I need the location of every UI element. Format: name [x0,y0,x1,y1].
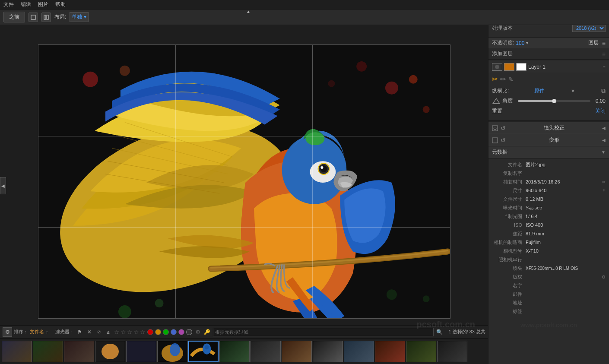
meta-focal-row: 焦距 81.9 mm [488,229,609,238]
thumb-10[interactable] [282,341,312,362]
filter-more-icon[interactable]: ⊞ [194,328,202,336]
star-1[interactable]: ☆ [114,329,120,336]
pencil2-icon[interactable]: ✎ [508,76,514,83]
star-5[interactable]: ☆ [140,329,146,336]
prev-button[interactable]: 之前 [3,12,25,22]
meta-exposure-row: 曝光时间 ¹⁄₄₅₀ sec [488,203,609,212]
sort-value[interactable]: 文件名 [30,329,44,335]
color-filter-none[interactable] [186,329,192,335]
thumb-2[interactable] [33,341,63,362]
thumb-14[interactable] [406,341,436,362]
add-layer-menu-icon[interactable]: ≡ [602,51,606,57]
color-filter-purple[interactable] [178,329,184,335]
rejected-icon[interactable]: ⊘ [95,328,103,336]
aspect-copy-icon[interactable]: ⧉ [601,87,606,95]
aspect-value[interactable]: 原件 [534,87,545,95]
layer-item-1[interactable]: Layer 1 ≡ [488,61,609,73]
meta-make-label: 相机的制造商 [492,239,522,246]
meta-size-crop-icon[interactable]: ⌗ [603,188,606,193]
close-button[interactable]: 关闭 [595,108,606,115]
opacity-value[interactable]: 100 [516,40,524,46]
metadata-section: 文件名 图片2.jpg 复制名字 捕获时间 2018/5/19 16:26 ✏ … [488,158,609,317]
aspect-label: 纵横比: [492,87,509,95]
settings-button[interactable]: ⚙ [3,327,12,337]
meta-location-label: 地址 [492,300,522,306]
pencil-icon[interactable]: ✏ [500,75,506,83]
metadata-section-header[interactable]: 元数据 ▼ [488,146,609,158]
meta-aperture-row: f 制光圈 f / 6.4 [488,212,609,221]
color-filter-blue[interactable] [171,329,177,335]
gte-icon[interactable]: ≥ [105,328,112,336]
reject-icon[interactable]: ✕ [86,328,93,336]
crop-icon[interactable]: ✂ [492,75,498,83]
meta-focal-value: 81.9 mm [526,231,606,236]
thumb-9[interactable] [251,341,281,362]
star-4[interactable]: ☆ [133,329,139,336]
thumb-1[interactable] [2,341,32,362]
filter-lock-icon[interactable]: 🔑 [203,328,211,336]
svg-rect-42 [492,138,498,143]
left-collapse-button[interactable]: ◀ [0,177,6,194]
transform-refresh-icon[interactable]: ↺ [501,137,506,144]
reset-button[interactable]: 重置 [492,108,502,115]
layout-select[interactable]: 单独 ▾ [70,12,88,22]
layers-menu-icon[interactable]: ≡ [602,40,606,47]
color-filter-green[interactable] [163,329,169,335]
layout-icon-1[interactable] [29,13,38,22]
metadata-label: 元数据 [492,149,508,156]
lens-refresh-icon[interactable]: ↺ [501,125,506,132]
thumb-11[interactable] [313,341,343,362]
top-collapse-arrow[interactable]: ▲ [244,9,253,13]
thumb-6[interactable] [157,341,187,362]
lens-correction-section[interactable]: ↺ 镜头校正 ◀ [488,122,609,134]
transform-section[interactable]: ↺ 变形 ◀ [488,134,609,146]
meta-exposure-label: 曝光时间 [492,205,522,211]
angle-slider[interactable] [518,100,590,102]
opacity-dropdown-icon[interactable]: ▾ [526,41,528,45]
meta-serial-row: 照相机串行 [488,255,609,264]
thumb-7-selected[interactable] [188,341,219,362]
meta-model-value: X-T10 [526,248,606,253]
menu-image[interactable]: 图片 [38,1,48,8]
meta-filesize-row: 文件尺寸 0.12 MB [488,195,609,203]
meta-copyright-gear-icon[interactable]: ⚙ [602,275,606,279]
meta-exposure-value: ¹⁄₄₅₀ sec [526,205,606,211]
flag-icon[interactable]: ⚑ [76,328,84,336]
layer-thumb-dark [492,63,502,71]
svg-point-38 [495,65,499,69]
svg-point-5 [119,66,130,76]
layer-menu-icon[interactable]: ≡ [603,65,606,70]
svg-point-26 [320,165,327,172]
thumb-8[interactable] [219,341,250,362]
star-3[interactable]: ☆ [127,329,133,336]
thumb-3[interactable] [64,341,94,362]
sort-asc-icon[interactable]: ↑ [46,329,48,335]
thumb-12[interactable] [344,341,374,362]
reset-close-row: 重置 关闭 [492,106,606,116]
star-2[interactable]: ☆ [121,329,126,336]
meta-filesize-value: 0.12 MB [526,196,606,202]
layers-header: 不透明度: 100 ▾ 图层 ≡ [488,38,609,48]
meta-keywords-label: 标签 [492,308,522,315]
filter-label: 滤光器： [55,329,74,335]
search-input[interactable] [213,328,434,336]
menu-edit[interactable]: 编辑 [21,1,31,8]
meta-copyright-row: 版权 ⚙ [488,272,609,281]
thumb-13[interactable] [375,341,405,362]
menu-file[interactable]: 文件 [3,1,14,8]
version-select[interactable]: 2018 (v2) [572,24,606,32]
meta-copyname-label: 复制名字 [492,170,522,177]
color-filter-orange[interactable] [155,329,161,335]
thumb-4[interactable] [95,341,125,362]
search-icon[interactable]: 🔍 [435,328,443,336]
thumb-5[interactable] [126,341,156,362]
aspect-dropdown-icon[interactable]: ▾ [571,87,574,94]
layout-icon-2[interactable] [41,13,51,22]
menu-help[interactable]: 帮助 [55,1,66,8]
color-filter-red[interactable] [147,329,153,335]
meta-lens-label: 镜头 [492,265,522,272]
meta-capturetime-edit-icon[interactable]: ✏ [602,180,606,184]
thumb-15[interactable] [437,341,467,362]
meta-creator-row: 名字 [488,281,609,290]
svg-rect-1 [44,15,46,19]
